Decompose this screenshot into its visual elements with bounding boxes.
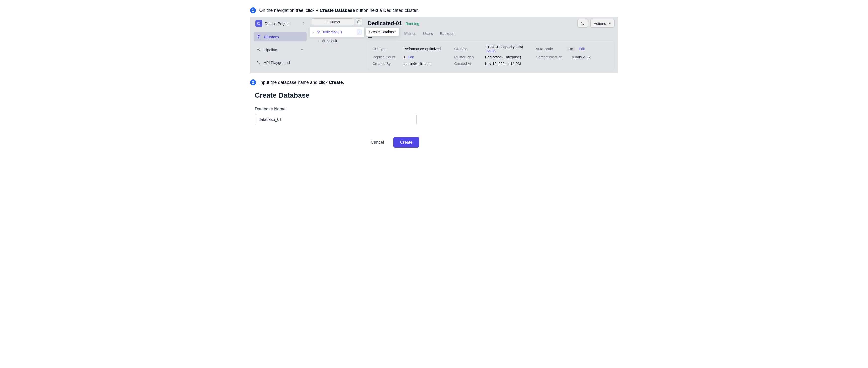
dialog-title: Create Database: [255, 91, 419, 99]
main-panel: Dedicated-01 Running Actions: [365, 17, 618, 73]
label-created-by: Created By: [373, 62, 400, 66]
create-database-plus-button[interactable]: [356, 29, 362, 35]
sidebar-item-pipeline[interactable]: Pipeline: [253, 45, 307, 54]
cancel-button[interactable]: Cancel: [368, 137, 387, 148]
value-compat: Milvus 2.4.x: [572, 55, 591, 59]
sidebar-item-api-playground[interactable]: API Playground: [253, 58, 307, 67]
step-1-row: 1 On the navigation tree, click + Create…: [243, 7, 626, 13]
chevron-down-icon: [300, 48, 304, 51]
create-database-tooltip: Create Database: [366, 28, 399, 36]
info-replica: Replica Count 1 Edit: [373, 55, 447, 59]
sidebar-clusters-label: Clusters: [264, 35, 279, 39]
tab-backups[interactable]: Backups: [440, 31, 454, 37]
refresh-icon: [357, 20, 361, 24]
value-replica: 1 Edit: [404, 55, 414, 59]
details-card: CU Type Performance-optimized CU Size 1 …: [368, 40, 615, 70]
tabs: ils Collections Metrics Users Backups: [368, 29, 615, 40]
plus-icon: [358, 31, 361, 34]
value-created-by: admin@zilliz.com: [404, 62, 432, 66]
cluster-title: Dedicated-01: [368, 20, 402, 27]
step-1-post: button next a Dedicated cluster.: [355, 8, 419, 13]
value-cu-type: Performance-optimized: [404, 47, 441, 51]
terminal-button[interactable]: [578, 19, 588, 28]
project-selector[interactable]: Default Project: [253, 19, 307, 28]
sort-icon: [301, 22, 305, 25]
step-2-post: .: [343, 80, 344, 85]
tab-users[interactable]: Users: [423, 31, 433, 37]
create-button[interactable]: Create: [393, 137, 419, 148]
value-created-at: Nov 19, 2024 4:12 PM: [485, 62, 521, 66]
database-name-input[interactable]: [255, 114, 417, 125]
folder-icon: [255, 20, 262, 27]
info-cu-size: CU Size 1 CU(CU Capacity 3 %) Scale: [454, 45, 528, 53]
step-2-row: 2 Input the database name and click Crea…: [243, 80, 626, 85]
info-auto-scale: Auto-scale Off Edit: [536, 45, 610, 53]
auto-scale-badge: Off: [567, 47, 575, 51]
actions-label: Actions: [594, 21, 606, 26]
info-plan: Cluster Plan Dedicated (Enterprise): [454, 55, 528, 59]
tree-column: Cluster: [310, 17, 365, 73]
database-icon: [322, 39, 325, 42]
step-1-bold: + Create Database: [316, 8, 355, 13]
step-1-pre: On the navigation tree, click: [259, 8, 316, 13]
tab-metrics[interactable]: Metrics: [404, 31, 416, 37]
value-replica-text: 1: [404, 55, 405, 59]
sidebar: Default Project Clusters: [250, 17, 310, 73]
plus-icon: [326, 21, 329, 23]
svg-point-2: [258, 37, 259, 38]
step-2-bold: Create: [329, 80, 343, 85]
caret-down-icon: [312, 31, 315, 33]
status-badge: Running: [405, 21, 419, 26]
sidebar-item-clusters[interactable]: Clusters: [253, 32, 307, 41]
tree-db-label: default: [327, 39, 337, 43]
sidebar-pipeline-label: Pipeline: [264, 48, 277, 52]
create-database-dialog: Create Database Database Name Cancel Cre…: [243, 89, 432, 148]
info-compat: Compatible With Milvus 2.4.x: [536, 55, 610, 59]
label-cu-type: CU Type: [373, 47, 400, 51]
terminal-icon: [256, 60, 261, 65]
value-cu-size: 1 CU(CU Capacity 3 %) Scale: [485, 45, 528, 53]
app-screenshot: Default Project Clusters: [250, 17, 618, 73]
database-name-label: Database Name: [255, 107, 419, 112]
caret-right-icon: [318, 39, 321, 42]
value-auto-scale: Off Edit: [567, 47, 585, 51]
tree-cluster-label: Dedicated-01: [322, 30, 342, 34]
project-label: Default Project: [265, 21, 299, 26]
add-cluster-label: Cluster: [330, 20, 340, 24]
actions-button[interactable]: Actions: [590, 19, 615, 28]
label-compat: Compatible With: [536, 55, 568, 59]
refresh-button[interactable]: [355, 19, 363, 25]
label-auto-scale: Auto-scale: [536, 47, 563, 51]
auto-scale-edit-link[interactable]: Edit: [579, 47, 585, 51]
add-cluster-button[interactable]: Cluster: [312, 19, 354, 25]
label-cu-size: CU Size: [454, 47, 482, 51]
value-plan: Dedicated (Enterprise): [485, 55, 521, 59]
label-plan: Cluster Plan: [454, 55, 482, 59]
step-2-pre: Input the database name and click: [259, 80, 329, 85]
terminal-icon: [581, 21, 585, 25]
info-cu-type: CU Type Performance-optimized: [373, 45, 447, 53]
tree-cluster-row[interactable]: Dedicated-01 Create Database: [310, 27, 365, 37]
label-replica: Replica Count: [373, 55, 400, 59]
info-created-at: Created At Nov 19, 2024 4:12 PM: [454, 62, 528, 66]
cluster-icon: [317, 30, 320, 34]
scale-link[interactable]: Scale: [487, 49, 495, 53]
sidebar-api-label: API Playground: [264, 60, 290, 65]
step-badge-2: 2: [250, 80, 256, 85]
tree-db-row[interactable]: default: [310, 37, 365, 45]
clusters-icon: [256, 34, 261, 39]
value-cu-size-text: 1 CU(CU Capacity 3 %): [485, 45, 523, 49]
step-badge-1: 1: [250, 7, 256, 13]
step-2-text: Input the database name and click Create…: [259, 80, 344, 85]
svg-point-6: [323, 39, 325, 40]
replica-edit-link[interactable]: Edit: [408, 55, 414, 59]
pipeline-icon: [256, 47, 261, 52]
step-1-text: On the navigation tree, click + Create D…: [259, 8, 419, 13]
chevron-down-icon: [608, 22, 612, 25]
label-created-at: Created At: [454, 62, 482, 66]
info-created-by: Created By admin@zilliz.com: [373, 62, 447, 66]
